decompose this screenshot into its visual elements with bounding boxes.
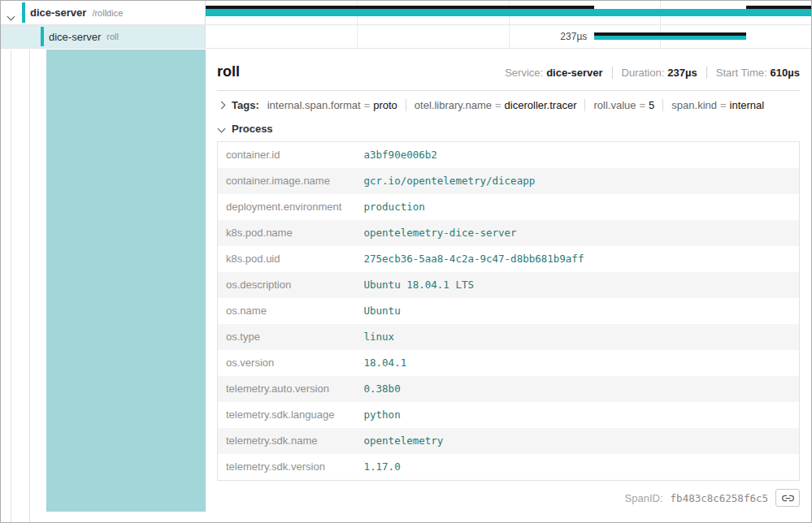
- jaeger-span-detail-view: dice-server /rolldice dice-server roll 2…: [0, 0, 812, 523]
- chevron-down-icon: [7, 12, 15, 20]
- detail-service: Service:dice-server: [505, 67, 602, 79]
- critical-path-segment: [206, 6, 594, 9]
- critical-path-segment: [594, 32, 745, 36]
- process-value: 1.17.0: [356, 454, 800, 481]
- tag-equals: =: [720, 99, 727, 111]
- process-key: telemetry.sdk.language: [218, 402, 356, 428]
- span-name-cell[interactable]: dice-server /rolldice: [1, 1, 206, 24]
- process-value: 275ecb36-5aa8-4c2a-9c47-d8bb681b9aff: [356, 246, 800, 272]
- process-key: telemetry.sdk.name: [218, 428, 356, 454]
- process-key: k8s.pod.uid: [218, 246, 356, 272]
- tag-value: diceroller.tracer: [505, 99, 577, 111]
- process-key: os.description: [218, 272, 356, 298]
- process-value: opentelemetry-dice-server: [356, 220, 800, 246]
- process-row: telemetry.sdk.version1.17.0: [218, 454, 800, 481]
- process-value: linux: [356, 324, 800, 350]
- process-row: os.descriptionUbuntu 18.04.1 LTS: [218, 272, 800, 298]
- timeline-gridline: [509, 25, 510, 48]
- chevron-down-icon: [218, 125, 226, 133]
- span-row-child[interactable]: dice-server roll 237µs: [1, 25, 811, 49]
- timeline-gridline: [357, 25, 358, 48]
- deep-link-button[interactable]: [775, 489, 800, 507]
- detail-duration: Duration:237µs: [612, 67, 697, 79]
- span-duration-label: 237µs: [560, 31, 587, 42]
- operation-name: roll: [106, 32, 119, 41]
- tag-item: span.kind=internal: [662, 99, 764, 111]
- detail-start-time-label: Start Time:: [716, 67, 767, 79]
- chevron-right-icon: [218, 102, 226, 110]
- process-key: os.name: [218, 298, 356, 324]
- process-row: telemetry.sdk.languagepython: [218, 402, 800, 428]
- process-row: telemetry.auto.version0.38b0: [218, 376, 800, 402]
- span-detail-footer: SpanID: fb483c8c6258f6c5: [217, 481, 800, 515]
- process-key: container.image.name: [218, 168, 356, 194]
- tree-indent-guide: [11, 50, 11, 522]
- span-title: roll: [217, 63, 240, 80]
- tags-label: Tags:: [232, 99, 259, 111]
- process-row: container.image.namegcr.io/opentelemetry…: [218, 168, 800, 194]
- operation-name: /rolldice: [92, 8, 123, 18]
- link-icon: [782, 492, 794, 504]
- detail-service-label: Service:: [505, 67, 543, 79]
- span-id-label: SpanID:: [625, 492, 663, 504]
- process-accordion[interactable]: Process: [217, 117, 800, 141]
- timeline: 237µs: [206, 25, 811, 48]
- tree-indent-guides: [1, 50, 46, 522]
- service-name: dice-server: [49, 31, 101, 43]
- process-row: os.nameUbuntu: [218, 298, 800, 324]
- timeline: [206, 1, 811, 24]
- process-row: k8s.pod.nameopentelemetry-dice-server: [218, 220, 800, 246]
- detail-duration-label: Duration:: [622, 67, 665, 79]
- tag-equals: =: [364, 99, 371, 111]
- process-label: Process: [232, 123, 273, 135]
- span-row-root[interactable]: dice-server /rolldice: [1, 1, 811, 25]
- process-key: os.type: [218, 324, 356, 350]
- span-bar-root[interactable]: [206, 9, 811, 16]
- tag-value: proto: [373, 99, 397, 111]
- process-key: container.id: [218, 142, 356, 169]
- detail-body: roll Service:dice-server Duration:237µs …: [1, 50, 811, 522]
- process-value: Ubuntu: [356, 298, 800, 324]
- tag-equals: =: [640, 99, 646, 111]
- detail-service-value: dice-server: [546, 67, 602, 79]
- span-bar-child[interactable]: [594, 36, 745, 40]
- tree-indent-guide: [29, 50, 30, 522]
- tags-toggle[interactable]: [219, 102, 224, 108]
- process-row: k8s.pod.uid275ecb36-5aa8-4c2a-9c47-d8bb6…: [218, 246, 800, 272]
- process-value: opentelemetry: [356, 428, 800, 454]
- process-key: telemetry.sdk.version: [218, 454, 356, 481]
- process-row: os.version18.04.1: [218, 350, 800, 376]
- process-value: production: [356, 194, 800, 220]
- selected-span-color-block: [46, 50, 206, 512]
- span-detail-header: roll Service:dice-server Duration:237µs …: [217, 50, 800, 80]
- tag-equals: =: [495, 99, 502, 111]
- service-name: dice-server: [30, 6, 86, 19]
- process-table: container.ida3bf90e006b2 container.image…: [217, 141, 800, 481]
- process-row: deployment.environmentproduction: [218, 194, 800, 220]
- process-key: deployment.environment: [218, 194, 356, 220]
- span-meta: Service:dice-server Duration:237µs Start…: [505, 67, 800, 79]
- process-key: os.version: [218, 350, 356, 376]
- tag-value: 5: [649, 99, 654, 111]
- tag-key: internal.span.format: [267, 99, 361, 111]
- process-row: os.typelinux: [218, 324, 800, 350]
- span-color-indicator: [41, 27, 44, 46]
- detail-start-time: Start Time:610µs: [706, 67, 800, 79]
- span-name-cell[interactable]: dice-server roll: [1, 25, 206, 48]
- critical-path-segment: [746, 6, 811, 9]
- detail-start-time-value: 610µs: [771, 67, 800, 79]
- process-value: Ubuntu 18.04.1 LTS: [356, 272, 800, 298]
- span-color-indicator: [22, 2, 25, 23]
- span-detail-panel: roll Service:dice-server Duration:237µs …: [206, 50, 811, 522]
- process-row: telemetry.sdk.nameopentelemetry: [218, 428, 800, 454]
- tags-accordion[interactable]: Tags: internal.span.format=proto otel.li…: [217, 91, 800, 117]
- tag-item: roll.value=5: [584, 99, 654, 111]
- process-value: gcr.io/opentelemetry/diceapp: [356, 168, 800, 194]
- process-value: python: [356, 402, 800, 428]
- process-value: 0.38b0: [356, 376, 800, 402]
- process-value: 18.04.1: [356, 350, 800, 376]
- detail-duration-value: 237µs: [667, 67, 697, 79]
- tag-item: otel.library.name=diceroller.tracer: [406, 99, 577, 111]
- process-key: telemetry.auto.version: [218, 376, 356, 402]
- span-collapse-toggle[interactable]: [8, 8, 14, 23]
